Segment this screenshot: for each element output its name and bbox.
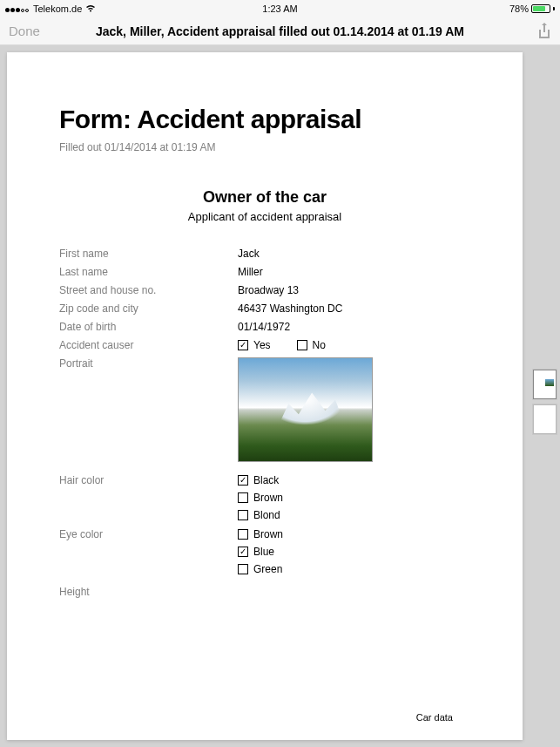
checkbox-label: No — [313, 339, 326, 351]
workspace: Form: Accident appraisal Filled out 01/1… — [0, 45, 560, 747]
checkbox-option: Brown — [238, 492, 470, 504]
checkbox-icon: ✓ — [238, 475, 248, 486]
value-first-name: Jack — [238, 248, 470, 260]
label-first-name: First name — [59, 248, 238, 260]
label-last-name: Last name — [59, 266, 238, 278]
checkbox-label: Brown — [253, 492, 283, 504]
checkbox-accident-no: No — [297, 339, 326, 351]
footer-car-data: Car data — [59, 712, 470, 723]
label-accident-causer: Accident causer — [59, 339, 238, 351]
checkbox-label: Brown — [253, 528, 283, 540]
checkbox-option: Blond — [238, 509, 470, 521]
battery-icon — [531, 4, 550, 13]
label-height: Height — [59, 586, 238, 598]
share-icon — [537, 23, 551, 40]
label-portrait: Portrait — [59, 357, 238, 370]
thumbnail-page-1[interactable] — [533, 370, 557, 399]
checkbox-icon: ✓ — [238, 547, 248, 557]
wifi-icon — [85, 3, 96, 14]
done-button[interactable]: Done — [9, 24, 40, 38]
checkbox-icon — [238, 492, 248, 503]
checkbox-label: Blond — [253, 509, 280, 521]
checkbox-accident-yes: ✓ Yes — [238, 339, 271, 351]
portrait-image — [238, 357, 373, 462]
share-button[interactable] — [537, 23, 551, 40]
thumbnail-page-2[interactable] — [533, 404, 557, 434]
checkbox-option: Brown — [238, 528, 470, 540]
section-subtitle: Applicant of accident appraisal — [59, 210, 470, 223]
carrier-label: Telekom.de — [33, 3, 82, 14]
value-zip-city: 46437 Washington DC — [238, 302, 470, 315]
label-zip-city: Zip code and city — [59, 302, 238, 315]
label-street: Street and house no. — [59, 284, 238, 296]
document-viewport[interactable]: Form: Accident appraisal Filled out 01/1… — [0, 45, 530, 747]
checkbox-icon — [238, 564, 248, 574]
form-title: Form: Accident appraisal — [59, 105, 470, 134]
eye-options: Brown✓BlueGreen — [238, 528, 470, 575]
document-page: Form: Accident appraisal Filled out 01/1… — [7, 52, 523, 740]
checkbox-label: Black — [253, 474, 279, 486]
value-last-name: Miller — [238, 266, 470, 278]
signal-strength-icon — [5, 3, 30, 14]
battery-pct-label: 78% — [509, 3, 529, 14]
status-bar: Telekom.de 1:23 AM 78% — [0, 0, 560, 17]
checkbox-option: ✓Blue — [238, 546, 470, 558]
checkbox-label: Yes — [253, 339, 271, 351]
checkbox-label: Green — [253, 563, 282, 575]
nav-title: Jack, Miller, Accident appraisal filled … — [0, 24, 560, 38]
nav-bar: Done Jack, Miller, Accident appraisal fi… — [0, 17, 560, 45]
checkbox-option: Green — [238, 563, 470, 575]
checkbox-icon: ✓ — [238, 340, 248, 350]
hair-options: ✓BlackBrownBlond — [238, 474, 470, 521]
form-subtitle: Filled out 01/14/2014 at 01:19 AM — [59, 141, 470, 153]
checkbox-icon — [238, 510, 248, 520]
checkbox-icon — [238, 529, 248, 540]
value-dob: 01/14/1972 — [238, 321, 470, 333]
label-hair: Hair color — [59, 474, 238, 486]
page-thumbnails — [530, 366, 560, 438]
checkbox-label: Blue — [253, 546, 274, 558]
value-street: Broadway 13 — [238, 284, 470, 296]
checkbox-icon — [297, 340, 307, 350]
clock-label: 1:23 AM — [188, 3, 371, 14]
label-eye: Eye color — [59, 528, 238, 540]
label-dob: Date of birth — [59, 321, 238, 333]
checkbox-option: ✓Black — [238, 474, 470, 486]
section-title: Owner of the car — [59, 188, 470, 207]
